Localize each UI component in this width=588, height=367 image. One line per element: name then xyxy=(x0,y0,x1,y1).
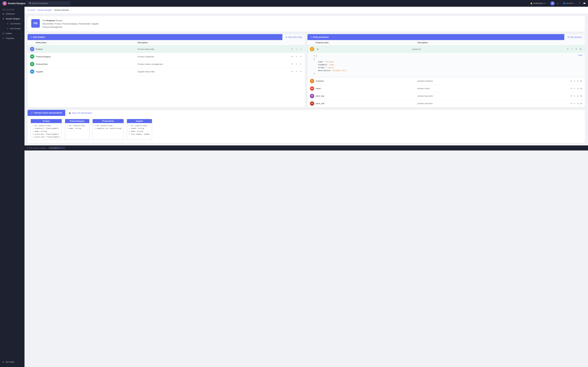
properties-icon: ≡ xyxy=(2,37,5,40)
prop-avatar-price-sell: PS xyxy=(310,101,314,106)
entity-desc-product: Product data entity xyxy=(138,48,290,50)
properties-add-icon[interactable]: + xyxy=(21,37,22,40)
col-prop-name: Property name ⌂ xyxy=(316,42,418,44)
sidebar-item-entities[interactable]: ⊡ Entities + xyxy=(0,31,25,36)
copy-prop-inventory[interactable]: ⧉ xyxy=(577,79,579,83)
entity-actions-supplier: 👁 ✏ ✕ xyxy=(290,70,303,73)
delete-entity-product[interactable]: ✕ xyxy=(299,47,303,51)
api-spec-tab[interactable]: 🔌 Open API Specification xyxy=(65,110,585,116)
entity-row-supplier[interactable]: SU Supplier Supplier data entity 👁 ✏ ✕ xyxy=(27,68,305,75)
sidebar-item-list-domains[interactable]: ≡ List Domains xyxy=(4,21,25,26)
property-row-price-buy[interactable]: PB price_buy product buy price 👁 ✏ ⧉ 🗑 xyxy=(307,92,585,100)
edit-entity-product[interactable]: ✏ xyxy=(295,47,298,51)
edit-entity-product-category[interactable]: ✏ xyxy=(295,55,298,58)
language-selector[interactable]: 🌐 en-US ▾ xyxy=(563,2,573,4)
property-row-inventory[interactable]: IN inventory product inventory 👁 ✏ ⧉ 🗑 xyxy=(307,77,585,85)
entity-name-product-category: ProductCategory xyxy=(36,56,138,58)
sidebar-item-domain-designer[interactable]: ✕ Domain Designer − xyxy=(0,16,25,21)
nav-divider xyxy=(548,2,548,5)
copy-prop-name[interactable]: ⧉ xyxy=(577,87,579,90)
avatar-chevron[interactable]: ▾ xyxy=(557,2,558,5)
properties-table: ID id product id 👁 ✏ ⧉ 🗑 copy▾ {{ type: … xyxy=(307,45,585,107)
view-entity-product-category[interactable]: 👁 xyxy=(290,55,294,58)
prop-avatar-id: ID xyxy=(310,47,314,51)
copy-prop-price-sell[interactable]: ⧉ xyxy=(577,102,579,105)
visual-field: + price_buy: float(number) xyxy=(33,133,60,136)
sort-name-icon[interactable]: ⌂ ⌂ xyxy=(47,42,49,44)
edit-entity-supplier[interactable]: ✏ xyxy=(295,70,298,73)
entity-actions-product-category: 👁 ✏ ✕ xyxy=(290,55,303,58)
sidebar-item-dashboard[interactable]: ⊞ Dashboard xyxy=(0,11,25,16)
new-prop-label: New property xyxy=(570,36,582,38)
view-prop-name[interactable]: 👁 xyxy=(570,87,573,90)
search-input[interactable]: 🔍 Search everywhere xyxy=(27,1,70,5)
entity-desc-supplier: Supplier data entity xyxy=(138,70,290,73)
new-property-button[interactable]: ⊕ New property xyxy=(564,34,585,40)
edit-prop-price-sell[interactable]: ✏ xyxy=(574,102,576,105)
prop-actions-price-buy: 👁 ✏ ⧉ 🗑 xyxy=(570,94,582,98)
edit-prop-inventory[interactable]: ✏ xyxy=(574,79,576,83)
entity-row-product-category[interactable]: PO ProductCategory Product categories 👁 … xyxy=(27,53,305,60)
visual-tab-icon: 🔗 xyxy=(31,112,33,114)
notifications-button[interactable]: 🔔 Notifications ▾ xyxy=(530,2,545,4)
sort-prop-desc-icon[interactable]: ⌂ xyxy=(428,42,429,44)
delete-prop-price-buy[interactable]: 🗑 xyxy=(580,94,583,98)
data-entities-tab[interactable]: ≡ Data Entities xyxy=(27,34,282,40)
docs-button[interactable]: 📖 xyxy=(583,2,586,4)
visual-card-body-product: + id: uuid(string)+ inventory: float(num… xyxy=(31,123,62,140)
entity-name-product-order: ProductOrder xyxy=(36,63,138,65)
property-code-id: copy▾ {{ type: "string", readOnly: true,… xyxy=(307,53,585,77)
entity-avatar-product: PR xyxy=(30,47,34,51)
visual-card-header-productorder: ProductOrder xyxy=(93,119,124,123)
sort-prop-name-icon[interactable]: ⌂ xyxy=(329,42,330,44)
edit-prop-name[interactable]: ✏ xyxy=(574,87,576,90)
sidebar-item-my-profile[interactable]: ⊡ My Profile xyxy=(0,360,25,365)
edit-prop-id[interactable]: ✏ xyxy=(570,47,574,51)
delete-entity-product-category[interactable]: ✕ xyxy=(299,55,303,58)
entity-row-product-order[interactable]: PR ProductOrder Product orders managemen… xyxy=(27,60,305,68)
data-entities-panel: ≡ Data Entities ⊕ New data entity Entity… xyxy=(27,34,305,107)
prop-desc-price-sell: product sell price xyxy=(418,102,570,105)
sidebar-item-properties[interactable]: ≡ Properties + xyxy=(0,36,25,41)
app-name: Domain Designer xyxy=(8,2,26,5)
copy-code-button[interactable]: copy xyxy=(578,54,582,57)
entities-add-icon[interactable]: + xyxy=(21,32,22,35)
copy-prop-id[interactable]: ⧉ xyxy=(575,47,578,51)
delete-prop-id[interactable]: 🗑 xyxy=(579,47,582,51)
app-logo[interactable]: 🎨 Domain Designer xyxy=(2,1,26,6)
edit-entity-product-order[interactable]: ✏ xyxy=(295,62,298,66)
delete-entity-supplier[interactable]: ✕ xyxy=(299,70,303,73)
copy-prop-price-buy[interactable]: ⧉ xyxy=(577,94,579,98)
sort-desc-icon[interactable]: ⌂ ⌂ xyxy=(148,42,151,44)
visual-card-header-supplier: Supplier xyxy=(127,119,152,123)
delete-prop-price-sell[interactable]: 🗑 xyxy=(580,102,583,105)
view-entity-supplier[interactable]: 👁 xyxy=(290,70,294,73)
copyright: © 2023, Domain Designer xyxy=(27,147,46,149)
view-entity-product[interactable]: 👁 xyxy=(290,47,294,51)
breadcrumb-home[interactable]: Home xyxy=(30,9,35,11)
entity-properties-tab[interactable]: ≡ Entity properties xyxy=(307,34,564,40)
property-row-header-id[interactable]: ID id product id 👁 ✏ ⧉ 🗑 xyxy=(307,45,585,53)
edit-prop-price-buy[interactable]: ✏ xyxy=(574,94,576,98)
visual-tab[interactable]: 🔗 Domain visual representation xyxy=(27,110,65,116)
breadcrumb-domain-designer[interactable]: Domain Designer xyxy=(38,9,52,11)
user-avatar[interactable]: JE xyxy=(550,1,555,6)
sidebar-item-new-domain[interactable]: ≡ New Domain xyxy=(4,26,25,31)
help-button[interactable]: ❓ xyxy=(579,2,581,4)
property-row-name[interactable]: NA name product name 👁 ✏ ⧉ 🗑 xyxy=(307,85,585,92)
delete-prop-name[interactable]: 🗑 xyxy=(580,87,583,90)
view-prop-price-buy[interactable]: 👁 xyxy=(570,94,573,98)
visual-section: 🔗 Domain visual representation 🔌 Open AP… xyxy=(27,110,585,143)
domain-avatar: PR xyxy=(31,19,40,28)
new-data-entity-button[interactable]: ⊕ New data entity xyxy=(282,34,305,40)
view-prop-inventory[interactable]: 👁 xyxy=(570,79,573,83)
property-row-price-sell[interactable]: PS price_sell product sell price 👁 ✏ ⧉ 🗑 xyxy=(307,100,585,107)
view-prop-id[interactable]: 👁 xyxy=(566,47,570,51)
breadcrumb: ⊡ Home › Domain Designer › Domain Overvi… xyxy=(25,7,588,14)
prop-name-price-buy: price_buy xyxy=(316,95,418,97)
view-entity-product-order[interactable]: 👁 xyxy=(290,62,294,66)
delete-entity-product-order[interactable]: ✕ xyxy=(299,62,303,66)
delete-prop-inventory[interactable]: 🗑 xyxy=(580,79,583,83)
entity-row-product[interactable]: PR Product Product data entity 👁 ✏ ✕ xyxy=(27,45,305,53)
view-prop-price-sell[interactable]: 👁 xyxy=(570,102,573,105)
